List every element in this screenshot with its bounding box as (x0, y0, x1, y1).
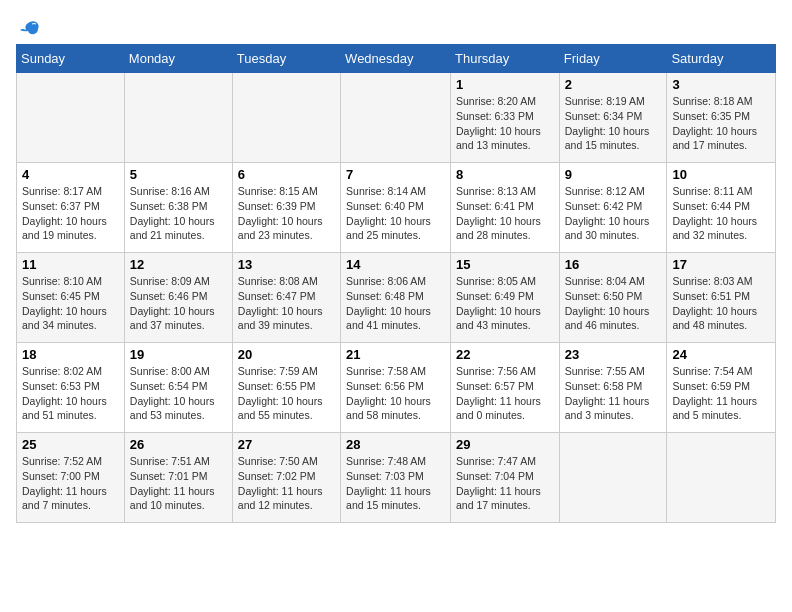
calendar-cell: 27Sunrise: 7:50 AM Sunset: 7:02 PM Dayli… (232, 433, 340, 523)
calendar-cell: 15Sunrise: 8:05 AM Sunset: 6:49 PM Dayli… (451, 253, 560, 343)
day-detail: Sunrise: 8:14 AM Sunset: 6:40 PM Dayligh… (346, 184, 445, 243)
calendar-cell: 2Sunrise: 8:19 AM Sunset: 6:34 PM Daylig… (559, 73, 667, 163)
day-detail: Sunrise: 8:06 AM Sunset: 6:48 PM Dayligh… (346, 274, 445, 333)
calendar-cell: 17Sunrise: 8:03 AM Sunset: 6:51 PM Dayli… (667, 253, 776, 343)
day-detail: Sunrise: 7:54 AM Sunset: 6:59 PM Dayligh… (672, 364, 770, 423)
day-detail: Sunrise: 7:51 AM Sunset: 7:01 PM Dayligh… (130, 454, 227, 513)
calendar-cell: 24Sunrise: 7:54 AM Sunset: 6:59 PM Dayli… (667, 343, 776, 433)
calendar-cell: 4Sunrise: 8:17 AM Sunset: 6:37 PM Daylig… (17, 163, 125, 253)
day-number: 26 (130, 437, 227, 452)
day-detail: Sunrise: 8:12 AM Sunset: 6:42 PM Dayligh… (565, 184, 662, 243)
day-number: 22 (456, 347, 554, 362)
day-detail: Sunrise: 8:11 AM Sunset: 6:44 PM Dayligh… (672, 184, 770, 243)
weekday-header-friday: Friday (559, 45, 667, 73)
calendar-cell (232, 73, 340, 163)
day-number: 5 (130, 167, 227, 182)
calendar-week-row: 18Sunrise: 8:02 AM Sunset: 6:53 PM Dayli… (17, 343, 776, 433)
day-number: 18 (22, 347, 119, 362)
calendar-cell (17, 73, 125, 163)
weekday-header-wednesday: Wednesday (341, 45, 451, 73)
day-number: 25 (22, 437, 119, 452)
day-detail: Sunrise: 8:00 AM Sunset: 6:54 PM Dayligh… (130, 364, 227, 423)
day-detail: Sunrise: 8:10 AM Sunset: 6:45 PM Dayligh… (22, 274, 119, 333)
day-detail: Sunrise: 7:56 AM Sunset: 6:57 PM Dayligh… (456, 364, 554, 423)
day-detail: Sunrise: 8:15 AM Sunset: 6:39 PM Dayligh… (238, 184, 335, 243)
day-number: 24 (672, 347, 770, 362)
day-detail: Sunrise: 7:48 AM Sunset: 7:03 PM Dayligh… (346, 454, 445, 513)
calendar-cell: 6Sunrise: 8:15 AM Sunset: 6:39 PM Daylig… (232, 163, 340, 253)
weekday-header-sunday: Sunday (17, 45, 125, 73)
day-number: 12 (130, 257, 227, 272)
day-number: 20 (238, 347, 335, 362)
calendar-cell: 10Sunrise: 8:11 AM Sunset: 6:44 PM Dayli… (667, 163, 776, 253)
calendar-cell: 11Sunrise: 8:10 AM Sunset: 6:45 PM Dayli… (17, 253, 125, 343)
calendar-cell: 20Sunrise: 7:59 AM Sunset: 6:55 PM Dayli… (232, 343, 340, 433)
day-number: 14 (346, 257, 445, 272)
day-number: 1 (456, 77, 554, 92)
calendar-week-row: 11Sunrise: 8:10 AM Sunset: 6:45 PM Dayli… (17, 253, 776, 343)
day-detail: Sunrise: 8:08 AM Sunset: 6:47 PM Dayligh… (238, 274, 335, 333)
day-detail: Sunrise: 8:13 AM Sunset: 6:41 PM Dayligh… (456, 184, 554, 243)
day-number: 2 (565, 77, 662, 92)
day-number: 16 (565, 257, 662, 272)
day-number: 27 (238, 437, 335, 452)
day-number: 3 (672, 77, 770, 92)
calendar-cell: 23Sunrise: 7:55 AM Sunset: 6:58 PM Dayli… (559, 343, 667, 433)
calendar-cell: 8Sunrise: 8:13 AM Sunset: 6:41 PM Daylig… (451, 163, 560, 253)
calendar-cell (667, 433, 776, 523)
day-number: 19 (130, 347, 227, 362)
day-number: 7 (346, 167, 445, 182)
day-number: 11 (22, 257, 119, 272)
calendar-cell: 19Sunrise: 8:00 AM Sunset: 6:54 PM Dayli… (124, 343, 232, 433)
calendar-week-row: 1Sunrise: 8:20 AM Sunset: 6:33 PM Daylig… (17, 73, 776, 163)
day-number: 8 (456, 167, 554, 182)
calendar-cell (341, 73, 451, 163)
weekday-header-saturday: Saturday (667, 45, 776, 73)
day-detail: Sunrise: 8:09 AM Sunset: 6:46 PM Dayligh… (130, 274, 227, 333)
calendar-cell: 16Sunrise: 8:04 AM Sunset: 6:50 PM Dayli… (559, 253, 667, 343)
calendar-cell: 26Sunrise: 7:51 AM Sunset: 7:01 PM Dayli… (124, 433, 232, 523)
calendar-cell: 5Sunrise: 8:16 AM Sunset: 6:38 PM Daylig… (124, 163, 232, 253)
calendar-table: SundayMondayTuesdayWednesdayThursdayFrid… (16, 44, 776, 523)
calendar-cell: 18Sunrise: 8:02 AM Sunset: 6:53 PM Dayli… (17, 343, 125, 433)
calendar-cell: 25Sunrise: 7:52 AM Sunset: 7:00 PM Dayli… (17, 433, 125, 523)
calendar-cell: 22Sunrise: 7:56 AM Sunset: 6:57 PM Dayli… (451, 343, 560, 433)
calendar-week-row: 25Sunrise: 7:52 AM Sunset: 7:00 PM Dayli… (17, 433, 776, 523)
logo (16, 16, 40, 36)
logo-bird-icon (18, 18, 40, 40)
day-detail: Sunrise: 7:52 AM Sunset: 7:00 PM Dayligh… (22, 454, 119, 513)
day-detail: Sunrise: 8:16 AM Sunset: 6:38 PM Dayligh… (130, 184, 227, 243)
day-number: 9 (565, 167, 662, 182)
calendar-cell: 14Sunrise: 8:06 AM Sunset: 6:48 PM Dayli… (341, 253, 451, 343)
day-number: 13 (238, 257, 335, 272)
weekday-header-row: SundayMondayTuesdayWednesdayThursdayFrid… (17, 45, 776, 73)
calendar-week-row: 4Sunrise: 8:17 AM Sunset: 6:37 PM Daylig… (17, 163, 776, 253)
day-number: 15 (456, 257, 554, 272)
day-number: 4 (22, 167, 119, 182)
day-number: 21 (346, 347, 445, 362)
day-number: 17 (672, 257, 770, 272)
calendar-cell: 13Sunrise: 8:08 AM Sunset: 6:47 PM Dayli… (232, 253, 340, 343)
calendar-cell: 29Sunrise: 7:47 AM Sunset: 7:04 PM Dayli… (451, 433, 560, 523)
day-detail: Sunrise: 8:17 AM Sunset: 6:37 PM Dayligh… (22, 184, 119, 243)
day-detail: Sunrise: 8:05 AM Sunset: 6:49 PM Dayligh… (456, 274, 554, 333)
day-number: 29 (456, 437, 554, 452)
calendar-cell: 12Sunrise: 8:09 AM Sunset: 6:46 PM Dayli… (124, 253, 232, 343)
calendar-cell: 1Sunrise: 8:20 AM Sunset: 6:33 PM Daylig… (451, 73, 560, 163)
logo-general (16, 16, 40, 40)
weekday-header-monday: Monday (124, 45, 232, 73)
calendar-cell (124, 73, 232, 163)
day-detail: Sunrise: 7:50 AM Sunset: 7:02 PM Dayligh… (238, 454, 335, 513)
day-detail: Sunrise: 8:04 AM Sunset: 6:50 PM Dayligh… (565, 274, 662, 333)
calendar-cell: 21Sunrise: 7:58 AM Sunset: 6:56 PM Dayli… (341, 343, 451, 433)
day-number: 23 (565, 347, 662, 362)
day-detail: Sunrise: 7:47 AM Sunset: 7:04 PM Dayligh… (456, 454, 554, 513)
calendar-cell: 9Sunrise: 8:12 AM Sunset: 6:42 PM Daylig… (559, 163, 667, 253)
day-detail: Sunrise: 8:19 AM Sunset: 6:34 PM Dayligh… (565, 94, 662, 153)
calendar-cell: 3Sunrise: 8:18 AM Sunset: 6:35 PM Daylig… (667, 73, 776, 163)
day-detail: Sunrise: 7:55 AM Sunset: 6:58 PM Dayligh… (565, 364, 662, 423)
page-header (16, 16, 776, 36)
day-detail: Sunrise: 8:02 AM Sunset: 6:53 PM Dayligh… (22, 364, 119, 423)
day-number: 6 (238, 167, 335, 182)
weekday-header-tuesday: Tuesday (232, 45, 340, 73)
